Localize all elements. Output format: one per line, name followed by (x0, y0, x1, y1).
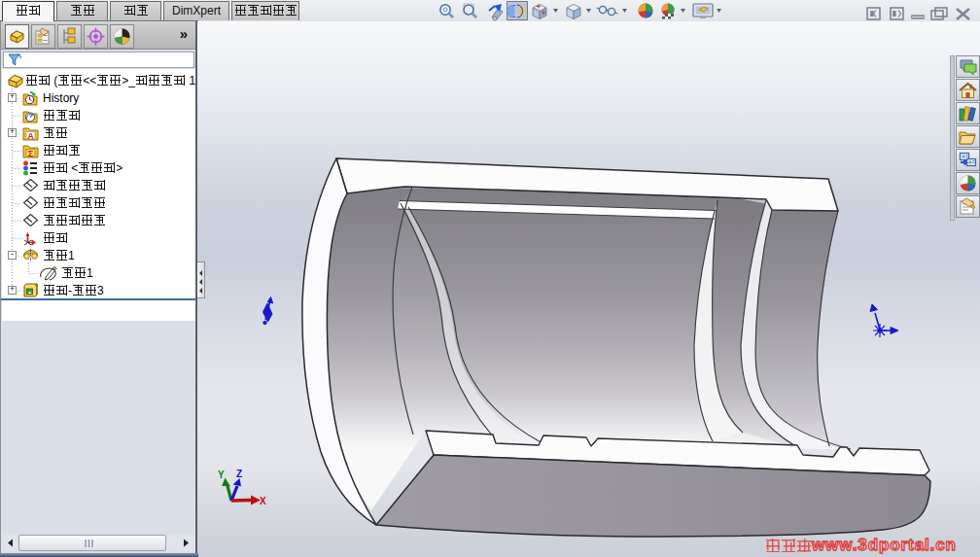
svg-text:Y: Y (218, 470, 225, 480)
svg-text:Z: Z (236, 469, 242, 479)
svg-text:X: X (260, 496, 266, 506)
